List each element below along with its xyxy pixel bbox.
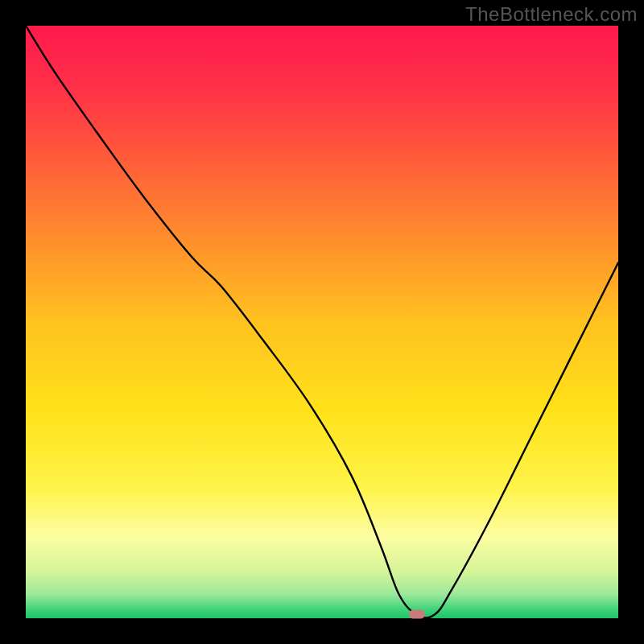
chart-frame: TheBottleneck.com: [0, 0, 644, 644]
optimal-marker: [409, 609, 425, 618]
watermark-text: TheBottleneck.com: [465, 3, 638, 26]
plot-area: [26, 26, 618, 618]
bottleneck-curve: [26, 26, 618, 618]
